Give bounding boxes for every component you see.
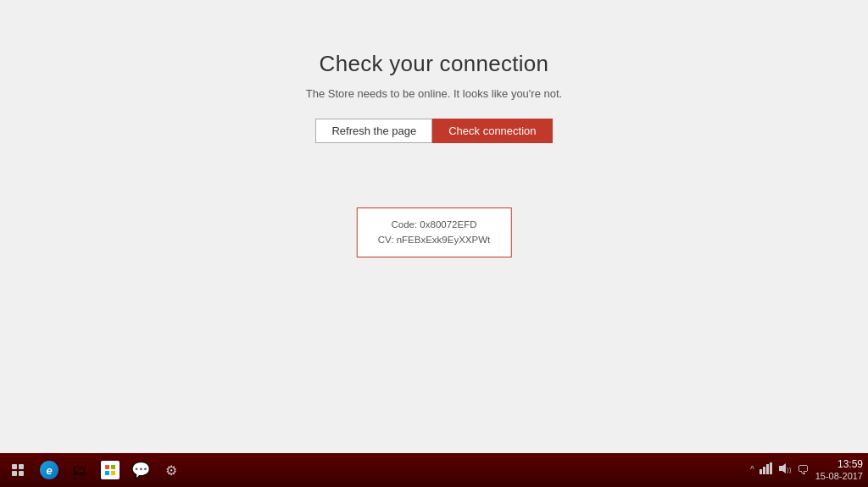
main-content: Check your connection The Store needs to…	[0, 0, 868, 453]
file-explorer-button[interactable]: 🗂	[66, 457, 93, 484]
error-code-box: Code: 0x80072EFD CV: nFEBxExk9EyXXPWt	[357, 208, 512, 257]
svg-rect-1	[19, 464, 24, 469]
folder-icon: 🗂	[72, 462, 87, 479]
taskbar-right: ^ )))) 🗨 13:59	[750, 458, 863, 482]
refresh-page-button[interactable]: Refresh the page	[315, 119, 432, 143]
svg-rect-9	[760, 469, 762, 474]
notification-icon[interactable]: 🗨	[797, 463, 809, 477]
taskbar-left: e 🗂 💬 ⚙	[5, 457, 185, 484]
store-icon	[101, 461, 120, 479]
svg-text:)))): ))))	[787, 466, 792, 473]
svg-rect-12	[770, 462, 772, 474]
svg-rect-8	[111, 471, 115, 475]
svg-rect-10	[763, 467, 765, 474]
error-code-text: Code: 0x80072EFD	[378, 217, 491, 232]
check-connection-button[interactable]: Check connection	[432, 119, 552, 143]
page-title: Check your connection	[320, 51, 549, 77]
svg-rect-0	[12, 464, 17, 469]
wechat-icon: 💬	[131, 461, 150, 479]
internet-explorer-button[interactable]: e	[36, 457, 63, 484]
network-icon[interactable]	[760, 462, 773, 477]
clock[interactable]: 13:59 15-08-2017	[815, 458, 863, 482]
svg-marker-13	[779, 463, 786, 473]
error-cv-text: CV: nFEBxExk9EyXXPWt	[378, 232, 491, 247]
settings-button[interactable]: ⚙	[158, 457, 185, 484]
wechat-button[interactable]: 💬	[127, 457, 154, 484]
clock-date: 15-08-2017	[815, 471, 863, 482]
svg-rect-5	[105, 465, 109, 469]
svg-rect-11	[766, 464, 769, 474]
store-button[interactable]	[97, 457, 124, 484]
system-tray: ^ )))) 🗨	[750, 462, 809, 477]
subtitle-text: The Store needs to be online. It looks l…	[306, 87, 562, 100]
volume-icon[interactable]: ))))	[778, 462, 792, 477]
svg-rect-3	[19, 471, 24, 476]
task-view-button[interactable]	[5, 457, 32, 484]
clock-time: 13:59	[815, 458, 863, 470]
gear-icon: ⚙	[165, 462, 177, 479]
svg-rect-2	[12, 471, 17, 476]
tray-expand-icon[interactable]: ^	[750, 465, 754, 474]
svg-rect-6	[111, 465, 115, 469]
action-buttons: Refresh the page Check connection	[315, 119, 552, 143]
ie-icon: e	[40, 461, 58, 479]
svg-rect-7	[105, 471, 109, 475]
taskbar: e 🗂 💬 ⚙	[0, 453, 868, 487]
